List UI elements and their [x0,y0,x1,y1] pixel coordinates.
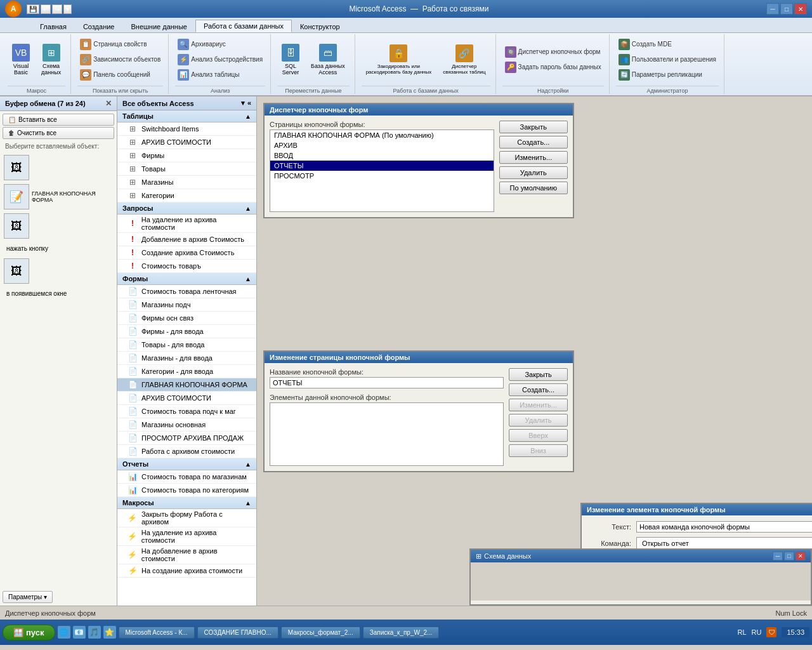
taskbar-ie-icon[interactable]: 🌐 [58,626,70,639]
tab-database[interactable]: Работа с базами данных [195,20,292,32]
nav-item-m4[interactable]: ⚡ На создание архива стоимости [117,564,256,578]
disp-name-input[interactable] [270,377,504,388]
taskbar-media-icon[interactable]: 🎵 [88,626,101,639]
nav-item-f10[interactable]: 📄 Стоимость товара подч к маг [117,405,256,418]
nav-item-f5[interactable]: 📄 Товары - для ввода [117,338,256,352]
nav-item-f4[interactable]: 📄 Фирмы - для ввода [117,325,256,338]
clear-all-btn[interactable]: 🗑 Очистить все [3,127,114,139]
disp-main-default-btn[interactable]: По умолчанию [499,182,568,194]
nav-item-r1[interactable]: 📊 Стоимость товара по магазинам [117,470,256,484]
disp-pages-listbox[interactable]: ГЛАВНАЯ КНОПОЧНАЯ ФОРМА (По умолчанию) А… [270,129,494,212]
nav-item-f9[interactable]: 📄 АРХИВ СТОИМОСТИ [117,392,256,405]
ribbon-btn-msgpanel[interactable]: 💬 Панель сообщений [77,68,163,82]
nav-item-firmy[interactable]: ⊞ Фирмы [117,149,256,162]
disp-edit-page-delete-btn[interactable]: Удалить [509,414,568,427]
nav-item-f2[interactable]: 📄 Магазины подч [117,298,256,312]
disp-items-listbox[interactable] [270,402,504,466]
ribbon-btn-pageprops[interactable]: 📋 Страница свойств [77,37,163,51]
ribbon-btn-access-db[interactable]: 🗃 База данныхAccess [306,41,350,79]
ribbon-btn-objdeps[interactable]: 🔗 Зависимости объектов [77,53,163,67]
nav-item-kategorii[interactable]: ⊞ Категории [117,189,256,202]
nav-item-q2[interactable]: ! Добавление в архив Стоимость [117,233,256,246]
nav-item-f8[interactable]: 📄 ГЛАВНАЯ КНОПОЧНАЯ ФОРМА [117,378,256,392]
tab-create[interactable]: Создание [75,20,123,32]
clipboard-close-btn[interactable]: ✕ [105,99,112,108]
disp-page-item-1[interactable]: ГЛАВНАЯ КНОПОЧНАЯ ФОРМА (По умолчанию) [270,130,494,140]
taskbar-star-icon[interactable]: ⭐ [103,626,116,639]
schema-close-btn[interactable]: ✕ [796,552,806,560]
quick-undo[interactable]: ↩ [41,4,51,14]
taskbar-btn-zapiska[interactable]: Записка_к_пр_W_2... [363,627,440,639]
clipboard-item-3[interactable]: 🖼 [3,212,114,240]
disp-page-item-4[interactable]: ОТЧЕТЫ [270,161,494,171]
office-logo[interactable]: A [5,1,22,17]
nav-section-macros[interactable]: Макросы ▲ [117,497,256,509]
nav-item-f7[interactable]: 📄 Категории - для ввода [117,365,256,378]
disp-main-edit-btn[interactable]: Изменить... [499,151,568,164]
schema-minimize-btn[interactable]: ─ [773,552,783,560]
disp-main-close-btn[interactable]: Закрыть [499,121,568,133]
nav-item-q1[interactable]: ! На удаление из архива стоимости [117,215,256,233]
nav-item-f3[interactable]: 📄 Фирмы осн связ [117,312,256,325]
minimize-btn[interactable]: ─ [766,3,779,15]
ribbon-btn-linkedtables[interactable]: 🔗 Диспетчерсвязанных таблиц [438,41,490,78]
nav-item-f6[interactable]: 📄 Магазины - для ввода [117,352,256,365]
nav-item-arch-stoimost[interactable]: ⊞ АРХИВ СТОИМОСТИ [117,136,256,149]
quick-more[interactable]: ▾ [63,4,72,14]
taskbar-btn-makrosy[interactable]: Макросы_формат_2... [281,627,360,639]
nav-item-q3[interactable]: ! Создание архива Стоимость [117,246,256,260]
disp-edit-page-edit-btn[interactable]: Изменить... [509,399,568,411]
ribbon-btn-schema[interactable]: ⊞ Схемаданных [37,41,65,79]
disp-edit-page-down-btn[interactable]: Вниз [509,444,568,457]
ribbon-btn-users[interactable]: 👥 Пользователи и разрешения [616,53,719,67]
disp-elem-text-input[interactable] [636,521,812,533]
nav-collapse-btn[interactable]: « [247,99,251,107]
ribbon-btn-switchmgr[interactable]: 🔘 Диспетчер кнопочных форм [502,45,604,59]
nav-item-f12[interactable]: 📄 ПРОСМОТР АРХИВА ПРОДАЖ [117,432,256,445]
nav-item-f11[interactable]: 📄 Магазины основная [117,418,256,432]
ribbon-btn-archivist[interactable]: 🔍 Архивариус [175,37,265,51]
nav-item-f1[interactable]: 📄 Стоимость товара ленточная [117,285,256,298]
ribbon-btn-perf[interactable]: ⚡ Анализ быстродействия [175,53,265,67]
nav-item-magaziny[interactable]: ⊞ Магазины [117,176,256,189]
disp-main-create-btn[interactable]: Создать... [499,136,568,149]
nav-section-tables[interactable]: Таблицы ▲ [117,110,256,123]
ribbon-btn-createmde[interactable]: 📦 Создать MDE [616,37,719,51]
taskbar-mail-icon[interactable]: 📧 [73,626,86,639]
start-button[interactable]: 🪟 пуск [3,625,55,640]
clipboard-item-1[interactable]: 🖼 [3,154,114,182]
tab-home[interactable]: Главная [32,20,75,32]
taskbar-btn-sozdanie[interactable]: СОЗДАНИЕ ГЛАВНО... [197,627,278,639]
disp-edit-page-close-btn[interactable]: Закрыть [509,368,568,381]
nav-item-m2[interactable]: ⚡ На удаление из архива стоимости [117,527,256,546]
ribbon-btn-tables[interactable]: 📊 Анализ таблицы [175,68,265,82]
nav-item-switchboard[interactable]: ⊞ Switchboard Items [117,123,256,136]
disp-edit-page-up-btn[interactable]: Вверх [509,429,568,442]
clipboard-item-2[interactable]: 📝 ГЛАВНАЯ КНОПОЧНАЯФОРМА [3,183,114,211]
quick-redo[interactable]: ↪ [52,4,62,14]
clipboard-item-4[interactable]: нажать кнопку [3,241,114,256]
nav-item-f13[interactable]: 📄 Работа с архивом стоимости [117,445,256,458]
nav-item-r2[interactable]: 📊 Стоимость товара по категориям [117,484,256,497]
ribbon-btn-sql[interactable]: 🗄 SQLServer [277,41,304,79]
disp-elem-cmd-select[interactable]: Открыть отчет Открыть форму Выполнить ма… [636,537,812,550]
tab-external[interactable]: Внешние данные [123,20,195,32]
disp-edit-page-create-btn[interactable]: Создать... [509,383,568,396]
ribbon-btn-setpwd[interactable]: 🔑 Задать пароль базы данных [502,60,604,74]
tab-constructor[interactable]: Конструктор [292,20,348,32]
nav-item-m3[interactable]: ⚡ На добавление в архив стоимости [117,546,256,564]
nav-section-reports[interactable]: Отчеты ▲ [117,458,256,470]
nav-item-q4[interactable]: ! Стоимость товаръ [117,260,256,273]
disp-page-item-2[interactable]: АРХИВ [270,140,494,150]
disp-main-delete-btn[interactable]: Удалить [499,166,568,179]
ribbon-btn-encode[interactable]: 🔒 Закодировать илираскодировать базу дан… [362,41,436,78]
clipboard-item-6[interactable]: в появившемся окне [3,286,114,301]
taskbar-btn-access[interactable]: Microsoft Access - К... [119,627,195,639]
nav-section-forms[interactable]: Формы ▲ [117,273,256,285]
quick-save[interactable]: 💾 [27,4,39,14]
ribbon-btn-vba[interactable]: VB VisualBasic [8,41,34,79]
maximize-btn[interactable]: □ [780,3,793,15]
ribbon-btn-replication[interactable]: 🔄 Параметры репликации [616,68,719,82]
schema-maximize-btn[interactable]: □ [784,552,794,560]
nav-section-queries[interactable]: Запросы ▲ [117,202,256,215]
